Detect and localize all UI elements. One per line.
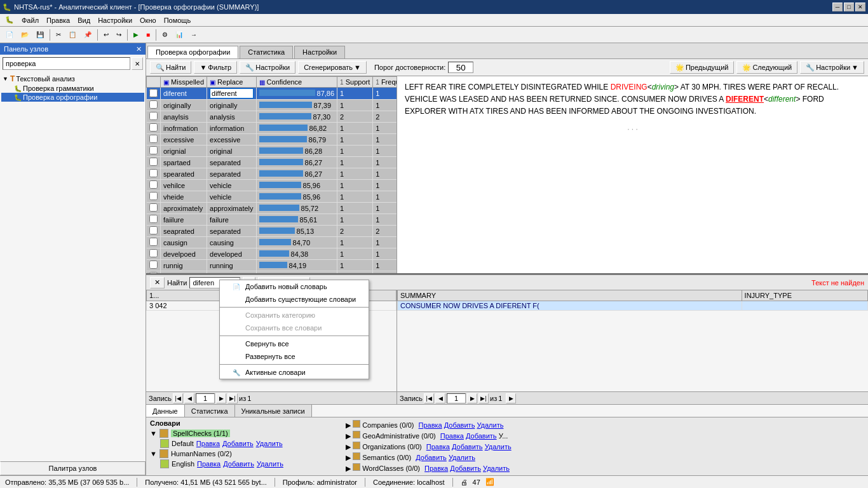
find-btn[interactable]: 🔍 Найти xyxy=(150,61,191,74)
restore-btn[interactable]: □ xyxy=(844,3,854,11)
row-checkbox-1[interactable] xyxy=(149,100,158,109)
table-row[interactable]: originallyoriginally 87,3911 xyxy=(147,100,397,111)
rec-right-prev-btn[interactable]: ◀ xyxy=(435,393,445,403)
toolbar-undo[interactable]: ↩ xyxy=(100,28,112,42)
col-header-replace[interactable]: ▣ Replace xyxy=(207,77,256,88)
toolbar-paste[interactable]: 📌 xyxy=(81,28,95,42)
table-row[interactable]: inofrmationinformation 86,8211 xyxy=(147,123,397,134)
row-checkbox-10[interactable] xyxy=(149,203,158,212)
semantics-dobavit[interactable]: Добавить xyxy=(416,454,447,461)
tree-item-root[interactable]: ▼ T Текстовый анализ xyxy=(1,74,144,84)
companies-udalit[interactable]: Удалить xyxy=(477,421,503,429)
rec-right-expand[interactable]: ▶ xyxy=(506,393,516,403)
tab-statistics[interactable]: Статистика xyxy=(240,46,293,58)
row-checkbox-14[interactable] xyxy=(149,249,158,257)
default-pravka[interactable]: Правка xyxy=(196,440,220,447)
next-btn[interactable]: 🌟 Следующий xyxy=(736,61,797,74)
row-checkbox-12[interactable] xyxy=(149,226,158,234)
table-row[interactable]: excessiveexcessive 86,7911 xyxy=(147,134,397,146)
orgs-dobavit[interactable]: Добавить xyxy=(452,443,483,451)
table-row[interactable]: runnigrunning 84,1911 xyxy=(147,260,397,271)
find-close-btn[interactable]: ✕ xyxy=(150,277,165,288)
rec-current[interactable] xyxy=(196,393,215,403)
geo-dobavit[interactable]: Добавить xyxy=(466,432,497,440)
table-row[interactable]: orignialoriginal 86,2811 xyxy=(147,146,397,157)
bot-right-col2[interactable]: INJURY_TYPE xyxy=(742,290,867,301)
generate-btn[interactable]: Сгенерировать ▼ xyxy=(298,61,367,74)
expand-icon6[interactable]: ▶ xyxy=(346,454,351,461)
tab-settings[interactable]: Настройки xyxy=(294,46,345,58)
wordclasses-dobavit[interactable]: Добавить xyxy=(450,464,481,472)
table-row[interactable]: vehilcevehicle 85,9611 xyxy=(147,180,397,191)
rec-first-btn[interactable]: |◀ xyxy=(173,393,183,403)
rec-right-current[interactable] xyxy=(447,393,466,403)
ctx-active-dicts[interactable]: 🔧 Активные словари xyxy=(220,366,369,379)
expand-icon2[interactable]: ▼ xyxy=(150,450,157,458)
companies-pravka[interactable]: Правка xyxy=(419,421,442,429)
rec-right-first-btn[interactable]: |◀ xyxy=(424,393,434,403)
replace-input-active[interactable] xyxy=(210,88,253,98)
col-header-confidence[interactable]: ▦ Confidence xyxy=(256,77,337,88)
menu-bug[interactable]: 🐛 xyxy=(1,15,18,25)
row-checkbox-15[interactable] xyxy=(149,261,158,269)
toolbar-play[interactable]: ▶ xyxy=(130,28,142,42)
semantics-udalit[interactable]: Удалить xyxy=(449,454,475,461)
expand-icon4[interactable]: ▶ xyxy=(346,432,351,440)
row-checkbox-4[interactable] xyxy=(149,135,158,143)
expand-icon1[interactable]: ▼ xyxy=(150,430,157,437)
close-btn[interactable]: ✕ xyxy=(855,3,865,11)
rec-last-btn[interactable]: ▶| xyxy=(227,393,238,403)
tree-item-spell[interactable]: 🐛 Проверка орфографии xyxy=(1,93,144,102)
toolbar-cut[interactable]: ✂ xyxy=(53,28,64,42)
col-header-frequency[interactable]: 1 Frequency xyxy=(373,77,397,88)
col-header-misspelled[interactable]: ▣ Misspelled xyxy=(161,77,207,88)
rec-next-btn[interactable]: ▶ xyxy=(216,393,226,403)
expand-icon7[interactable]: ▶ xyxy=(346,464,351,472)
bottom-right-scroll[interactable]: SUMMARY INJURY_TYPE CONSUMER NOW DRIVES … xyxy=(397,290,868,391)
prev-btn[interactable]: 🌟 Предыдущий xyxy=(670,61,734,74)
table-row[interactable]: vheidevehicle 85,9611 xyxy=(147,191,397,203)
table-row[interactable]: spartaedseparated 86,2711 xyxy=(147,157,397,168)
wordclasses-udalit[interactable]: Удалить xyxy=(483,464,510,472)
english-udalit[interactable]: Удалить xyxy=(257,460,283,468)
ctx-add-new-dict[interactable]: 📄 Добавить новый словарь xyxy=(220,280,369,293)
english-pravka[interactable]: Правка xyxy=(197,460,220,468)
row-checkbox-5[interactable] xyxy=(149,146,158,154)
table-row[interactable]: diferent 87,8611 xyxy=(147,88,397,100)
menu-file[interactable]: Файл xyxy=(18,15,43,25)
menu-window[interactable]: Окно xyxy=(136,15,160,25)
threshold-input[interactable] xyxy=(448,62,473,73)
toolbar-copy[interactable]: 📋 xyxy=(65,28,79,42)
bottom-tab-data[interactable]: Данные xyxy=(146,405,185,417)
toolbar-misc1[interactable]: ⚙ xyxy=(159,28,171,42)
toolbar-misc2[interactable]: 📊 xyxy=(172,28,186,42)
row-checkbox-11[interactable] xyxy=(149,215,158,223)
rec-right-last-btn[interactable]: ▶| xyxy=(478,393,489,403)
toolbar-open[interactable]: 📂 xyxy=(18,28,32,42)
rec-right-next-btn[interactable]: ▶ xyxy=(467,393,477,403)
palette-btn[interactable]: Палитра узлов xyxy=(0,461,146,475)
bot-right-col1[interactable]: SUMMARY xyxy=(398,290,742,301)
menu-edit[interactable]: Правка xyxy=(43,15,74,25)
panel-close-btn[interactable]: ✕ xyxy=(136,45,142,53)
table-row[interactable]: anaylsisanalysis 87,3022 xyxy=(147,111,397,123)
companies-dobavit[interactable]: Добавить xyxy=(444,421,475,429)
english-dobavit[interactable]: Добавить xyxy=(223,460,254,468)
col-header-cb[interactable] xyxy=(147,77,161,88)
toolbar-save[interactable]: 💾 xyxy=(33,28,47,42)
spell-table-scroll[interactable]: ▣ Misspelled ▣ Replace ▦ Confidence xyxy=(146,76,397,273)
search-clear-btn[interactable]: ✕ xyxy=(132,57,143,70)
settings-btn[interactable]: 🔧 Настройки xyxy=(240,61,295,74)
row-checkbox-2[interactable] xyxy=(149,112,158,120)
table-row[interactable]: seapratedseparated 85,1322 xyxy=(147,226,397,237)
expand-icon5[interactable]: ▶ xyxy=(346,443,351,451)
search-input[interactable] xyxy=(3,57,130,70)
table-row[interactable]: develpoeddeveloped 84,3811 xyxy=(147,248,397,260)
bottom-tab-unique[interactable]: Уникальные записи xyxy=(235,405,312,417)
table-row[interactable]: faiilurefailure 85,6111 xyxy=(147,214,397,226)
ctx-expand-all[interactable]: Развернуть все xyxy=(220,350,369,363)
row-checkbox-13[interactable] xyxy=(149,238,158,246)
rec-prev-btn[interactable]: ◀ xyxy=(184,393,194,403)
tree-toggle[interactable]: ▼ xyxy=(3,76,9,82)
row-checkbox-8[interactable] xyxy=(149,180,158,189)
